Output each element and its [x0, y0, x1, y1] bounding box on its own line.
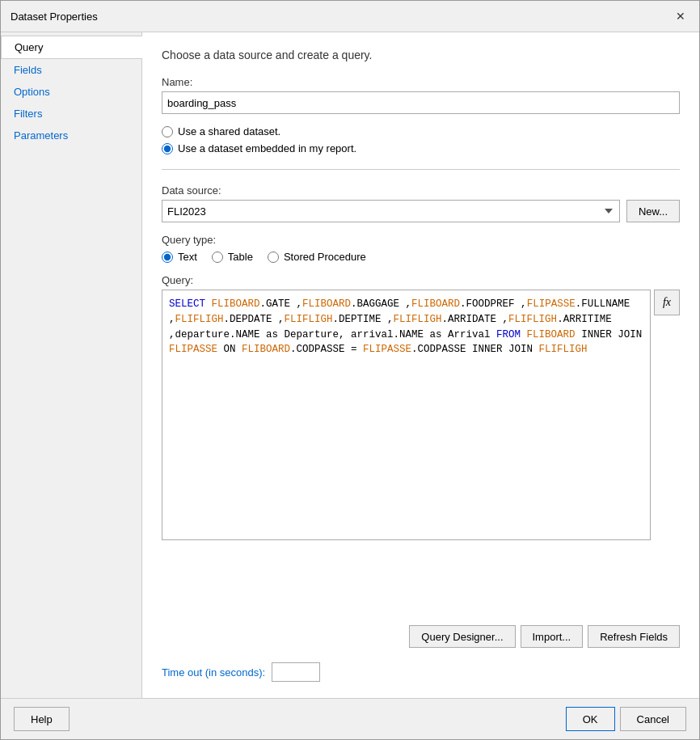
name-input[interactable] [162, 91, 680, 114]
radio-shared-dataset: Use a shared dataset. [162, 125, 680, 137]
main-content: Choose a data source and create a query.… [142, 32, 699, 698]
title-bar: Dataset Properties ✕ [1, 1, 699, 32]
divider-1 [162, 169, 680, 170]
datasource-label: Data source: [162, 184, 680, 197]
embedded-label[interactable]: Use a dataset embedded in my report. [178, 142, 356, 154]
sidebar-item-parameters[interactable]: Parameters [1, 125, 141, 146]
timeout-label: Time out (in seconds): [162, 666, 265, 679]
dialog-title: Dataset Properties [11, 11, 98, 23]
radio-query-table[interactable] [212, 252, 223, 263]
datasource-row: FLI2023 New... [162, 200, 680, 222]
query-type-section: Query type: Text Table Stored Procedure [162, 234, 680, 263]
radio-table-row: Table [212, 251, 253, 263]
radio-query-storedproc[interactable] [268, 252, 279, 263]
query-editor-wrapper: SELECT FLIBOARD.GATE ,FLIBOARD.BAGGAGE ,… [162, 290, 680, 620]
help-button[interactable]: Help [14, 707, 70, 731]
name-field-row: Name: [162, 76, 680, 114]
radio-storedproc-row: Stored Procedure [268, 251, 366, 263]
query-section: Query: SELECT FLIBOARD.GATE ,FLIBOARD.BA… [162, 274, 680, 648]
sidebar-item-query[interactable]: Query [1, 36, 142, 59]
fx-button[interactable]: fx [654, 290, 680, 315]
radio-embedded-dataset: Use a dataset embedded in my report. [162, 142, 680, 154]
query-editor-display[interactable]: SELECT FLIBOARD.GATE ,FLIBOARD.BAGGAGE ,… [162, 290, 651, 540]
import-button[interactable]: Import... [521, 625, 584, 648]
sidebar: Query Fields Options Filters Parameters [1, 32, 142, 698]
footer: Help OK Cancel [1, 698, 699, 739]
dataset-properties-dialog: Dataset Properties ✕ Query Fields Option… [0, 0, 700, 740]
query-type-label: Query type: [162, 234, 680, 246]
refresh-fields-button[interactable]: Refresh Fields [588, 625, 680, 648]
query-designer-button[interactable]: Query Designer... [409, 625, 515, 648]
close-button[interactable]: ✕ [672, 7, 689, 25]
sidebar-item-options[interactable]: Options [1, 81, 141, 103]
footer-right: OK Cancel [566, 707, 686, 731]
dialog-body: Query Fields Options Filters Parameters … [1, 32, 699, 698]
shared-label[interactable]: Use a shared dataset. [178, 125, 280, 137]
query-type-row: Text Table Stored Procedure [162, 251, 680, 263]
ok-button[interactable]: OK [566, 707, 615, 731]
radio-text-row: Text [162, 251, 197, 263]
timeout-input[interactable] [272, 662, 320, 682]
page-subtitle: Choose a data source and create a query. [162, 49, 680, 61]
query-buttons: Query Designer... Import... Refresh Fiel… [162, 625, 680, 648]
radio-embedded[interactable] [162, 143, 173, 154]
radio-shared[interactable] [162, 126, 173, 137]
datasource-select[interactable]: FLI2023 [162, 200, 620, 222]
new-datasource-button[interactable]: New... [626, 200, 680, 222]
timeout-row: Time out (in seconds): [162, 662, 680, 682]
radio-query-text[interactable] [162, 252, 173, 263]
datasource-field-row: Data source: FLI2023 New... [162, 184, 680, 222]
cancel-button[interactable]: Cancel [620, 707, 686, 731]
query-type-sp-label[interactable]: Stored Procedure [284, 251, 366, 263]
sidebar-item-filters[interactable]: Filters [1, 103, 141, 125]
name-label: Name: [162, 76, 680, 88]
query-label: Query: [162, 274, 680, 286]
sidebar-item-fields[interactable]: Fields [1, 59, 141, 81]
dataset-radio-group: Use a shared dataset. Use a dataset embe… [162, 125, 680, 154]
query-type-text-label[interactable]: Text [178, 251, 197, 263]
query-type-table-label[interactable]: Table [228, 251, 253, 263]
